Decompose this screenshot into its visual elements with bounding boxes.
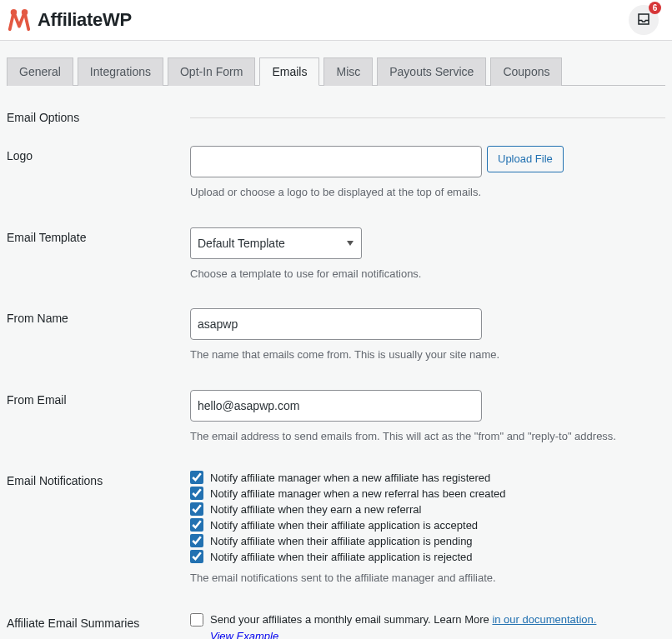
label-from-name: From Name: [7, 295, 190, 377]
field-row-affiliate-summaries: Affiliate Email Summaries Send your affi…: [7, 600, 665, 640]
section-divider: [190, 117, 665, 118]
brand-name: AffiliateWP: [38, 9, 132, 31]
field-row-from-name: From Name The name that emails come from…: [7, 295, 665, 377]
help-logo: Upload or choose a logo to be displayed …: [190, 184, 657, 201]
brand: AffiliateWP: [7, 7, 132, 32]
label-email-template: Email Template: [7, 214, 190, 296]
tab-general[interactable]: General: [7, 57, 73, 86]
summaries-text: Send your affiliates a monthly email sum…: [210, 613, 596, 626]
notification-row: Notify affiliate manager when a new refe…: [190, 487, 657, 500]
tab-opt-in-form[interactable]: Opt-In Form: [168, 57, 255, 86]
page-header: AffiliateWP 6: [0, 0, 672, 41]
settings-tabs: GeneralIntegrationsOpt-In FormEmailsMisc…: [7, 57, 665, 86]
email-template-select[interactable]: Default Template: [190, 227, 362, 259]
affiliatewp-logo-icon: [7, 7, 32, 32]
notification-checklist: Notify affiliate manager when a new affi…: [190, 471, 657, 563]
label-logo: Logo: [7, 132, 190, 214]
inbox-icon: [636, 12, 651, 29]
notification-label: Notify affiliate manager when a new affi…: [210, 472, 490, 484]
notification-checkbox[interactable]: [190, 502, 203, 516]
notification-label: Notify affiliate when they earn a new re…: [210, 503, 421, 516]
notifications: 6: [629, 5, 659, 35]
label-affiliate-summaries: Affiliate Email Summaries: [7, 600, 190, 640]
label-email-notifications: Email Notifications: [7, 457, 190, 600]
upload-file-button[interactable]: Upload File: [487, 146, 564, 172]
field-row-logo: Logo Upload File Upload or choose a logo…: [7, 132, 665, 214]
tab-emails[interactable]: Emails: [259, 57, 319, 86]
tab-misc[interactable]: Misc: [323, 57, 373, 86]
section-row-email-options: Email Options: [7, 102, 665, 132]
notification-row: Notify affiliate when their affiliate ap…: [190, 534, 657, 547]
help-email-notifications: The email notifications sent to the affi…: [190, 570, 657, 587]
notification-label: Notify affiliate when their affiliate ap…: [210, 519, 478, 532]
settings-content: GeneralIntegrationsOpt-In FormEmailsMisc…: [0, 41, 672, 639]
notification-checkbox[interactable]: [190, 518, 203, 532]
field-row-email-template: Email Template Default Template Choose a…: [7, 214, 665, 296]
from-name-input[interactable]: [190, 308, 482, 340]
from-email-input[interactable]: [190, 390, 482, 422]
notification-row: Notify affiliate manager when a new affi…: [190, 471, 657, 484]
settings-form-table: Email Options Logo Upload File Upload or…: [7, 102, 665, 639]
tab-payouts-service[interactable]: Payouts Service: [377, 57, 486, 86]
view-example-link[interactable]: View Example: [210, 630, 657, 640]
section-title: Email Options: [7, 102, 190, 132]
summaries-text-before: Send your affiliates a monthly email sum…: [210, 613, 492, 626]
tab-integrations[interactable]: Integrations: [78, 57, 163, 86]
notifications-badge: 6: [649, 2, 661, 14]
notification-checkbox[interactable]: [190, 471, 203, 484]
notification-row: Notify affiliate when their affiliate ap…: [190, 518, 657, 532]
tab-coupons[interactable]: Coupons: [490, 57, 562, 86]
notification-row: Notify affiliate when they earn a new re…: [190, 502, 657, 516]
notification-checkbox[interactable]: [190, 550, 203, 563]
notification-label: Notify affiliate when their affiliate ap…: [210, 535, 473, 547]
logo-input[interactable]: [190, 146, 482, 177]
label-from-email: From Email: [7, 377, 190, 458]
help-from-email: The email address to send emails from. T…: [190, 428, 657, 445]
notification-row: Notify affiliate when their affiliate ap…: [190, 550, 657, 563]
field-row-email-notifications: Email Notifications Notify affiliate man…: [7, 457, 665, 600]
field-row-from-email: From Email The email address to send ema…: [7, 377, 665, 458]
notification-label: Notify affiliate manager when a new refe…: [210, 487, 506, 500]
notification-checkbox[interactable]: [190, 534, 203, 547]
help-email-template: Choose a template to use for email notif…: [190, 266, 657, 282]
help-from-name: The name that emails come from. This is …: [190, 347, 657, 363]
summaries-checkbox[interactable]: [190, 613, 203, 627]
notification-label: Notify affiliate when their affiliate ap…: [210, 551, 473, 563]
summaries-doc-link[interactable]: in our documentation.: [492, 613, 596, 626]
notification-checkbox[interactable]: [190, 487, 203, 500]
